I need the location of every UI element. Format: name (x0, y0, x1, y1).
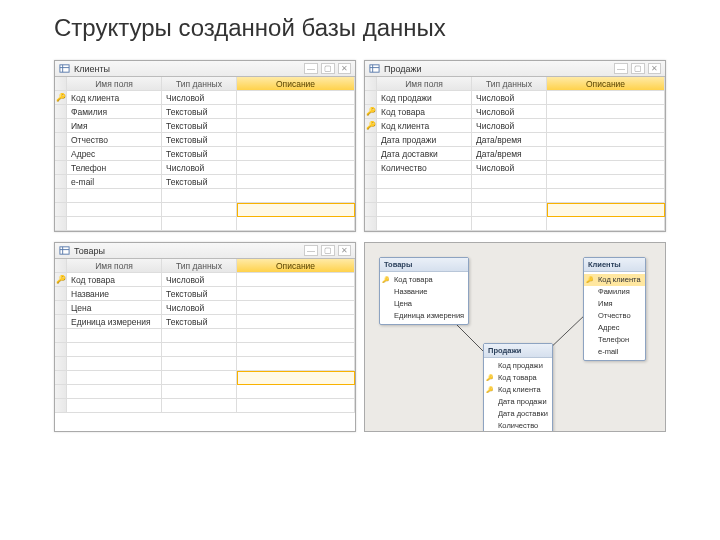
table-row[interactable]: ФамилияТекстовый (55, 105, 355, 119)
table-row[interactable]: АдресТекстовый (55, 147, 355, 161)
table-row[interactable]: НазваниеТекстовый (55, 287, 355, 301)
table-icon (59, 245, 70, 256)
column-headers: Имя поля Тип данных Описание (55, 259, 355, 273)
panel-tab[interactable]: Продажи —▢✕ (365, 61, 665, 77)
table-row[interactable] (55, 357, 355, 371)
table-row[interactable]: e-mailТекстовый (55, 175, 355, 189)
key-icon: 🔑 (366, 107, 376, 117)
table-row[interactable]: Единица измеренияТекстовый (55, 315, 355, 329)
window-controls[interactable]: —▢✕ (304, 63, 351, 74)
page-title: Структуры созданной базы данных (0, 0, 720, 60)
key-icon: 🔑 (56, 93, 66, 103)
rel-field: Отчество (584, 310, 645, 322)
rel-field: Код товара (484, 372, 552, 384)
panel-tab[interactable]: Товары —▢✕ (55, 243, 355, 259)
panel-tab[interactable]: Клиенты —▢✕ (55, 61, 355, 77)
rel-box-title: Товары (380, 258, 468, 272)
rel-field: Адрес (584, 322, 645, 334)
panel-tab-label: Продажи (384, 64, 422, 74)
table-row[interactable] (365, 217, 665, 231)
rel-field: Единица измерения (380, 310, 468, 322)
svg-rect-6 (60, 247, 69, 254)
table-row[interactable]: 🔑Код клиентаЧисловой (365, 119, 665, 133)
table-row[interactable]: ИмяТекстовый (55, 119, 355, 133)
rel-field: Дата продажи (484, 396, 552, 408)
table-row[interactable] (55, 371, 355, 385)
svg-rect-0 (60, 65, 69, 72)
rel-field: Код клиента (584, 274, 645, 286)
rel-field: Телефон (584, 334, 645, 346)
rel-box-title: Клиенты (584, 258, 645, 272)
rel-field: Цена (380, 298, 468, 310)
key-icon: 🔑 (366, 121, 376, 131)
rel-field: Код продажи (484, 360, 552, 372)
table-icon (59, 63, 70, 74)
table-row[interactable] (55, 385, 355, 399)
table-row[interactable] (55, 203, 355, 217)
rel-field: Дата доставки (484, 408, 552, 420)
column-headers: Имя поля Тип данных Описание (365, 77, 665, 91)
rel-field: Код товара (380, 274, 468, 286)
rel-field: Фамилия (584, 286, 645, 298)
table-row[interactable] (365, 175, 665, 189)
window-controls[interactable]: —▢✕ (304, 245, 351, 256)
rel-box-title: Продажи (484, 344, 552, 358)
column-headers: Имя поля Тип данных Описание (55, 77, 355, 91)
table-row[interactable] (365, 203, 665, 217)
rel-field: Имя (584, 298, 645, 310)
table-row[interactable]: КоличествоЧисловой (365, 161, 665, 175)
table-row[interactable] (55, 329, 355, 343)
table-row[interactable] (55, 189, 355, 203)
table-row[interactable]: ЦенаЧисловой (55, 301, 355, 315)
rel-field: e-mail (584, 346, 645, 358)
table-row[interactable]: Дата продажиДата/время (365, 133, 665, 147)
table-row[interactable] (55, 399, 355, 413)
table-row[interactable] (55, 217, 355, 231)
rel-field: Название (380, 286, 468, 298)
rel-box-clients[interactable]: Клиенты Код клиента Фамилия Имя Отчество… (583, 257, 646, 361)
table-row[interactable] (365, 189, 665, 203)
rel-box-sales[interactable]: Продажи Код продажи Код товара Код клиен… (483, 343, 553, 432)
rel-field: Количество (484, 420, 552, 432)
table-row[interactable]: Код продажиЧисловой (365, 91, 665, 105)
table-row[interactable]: 🔑Код товараЧисловой (55, 273, 355, 287)
table-icon (369, 63, 380, 74)
panel-tab-label: Товары (74, 246, 105, 256)
window-controls[interactable]: —▢✕ (614, 63, 661, 74)
table-panel-goods: Товары —▢✕ Имя поля Тип данных Описание … (54, 242, 356, 432)
table-panel-sales: Продажи —▢✕ Имя поля Тип данных Описание… (364, 60, 666, 232)
panels-grid: Клиенты —▢✕ Имя поля Тип данных Описание… (0, 60, 720, 432)
table-row[interactable]: Дата доставкиДата/время (365, 147, 665, 161)
table-panel-clients: Клиенты —▢✕ Имя поля Тип данных Описание… (54, 60, 356, 232)
table-row[interactable]: 🔑Код товараЧисловой (365, 105, 665, 119)
svg-rect-3 (370, 65, 379, 72)
relationships-panel: Товары Код товара Название Цена Единица … (364, 242, 666, 432)
table-row[interactable]: 🔑Код клиентаЧисловой (55, 91, 355, 105)
table-row[interactable] (55, 343, 355, 357)
table-row[interactable]: ОтчествоТекстовый (55, 133, 355, 147)
rel-field: Код клиента (484, 384, 552, 396)
key-icon: 🔑 (56, 275, 66, 285)
table-row[interactable]: ТелефонЧисловой (55, 161, 355, 175)
panel-tab-label: Клиенты (74, 64, 110, 74)
rel-box-goods[interactable]: Товары Код товара Название Цена Единица … (379, 257, 469, 325)
